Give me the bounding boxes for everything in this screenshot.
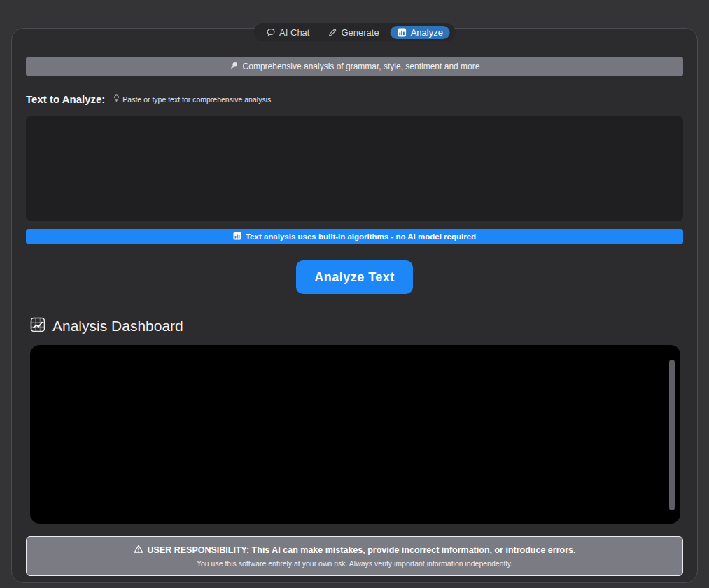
dashboard-scrollbar[interactable] — [669, 360, 675, 510]
disclaimer-title: USER RESPONSIBILITY: This AI can make mi… — [148, 545, 576, 555]
info-bar-text: Text analysis uses built-in algorithms -… — [246, 232, 476, 241]
tab-label: Analyze — [411, 27, 443, 38]
chat-bubble-icon — [266, 28, 275, 37]
hint-text: Paste or type text for comprehensive ana… — [122, 95, 271, 104]
text-to-analyze-label: Text to Analyze: — [26, 93, 105, 105]
tab-analyze[interactable]: Analyze — [391, 26, 450, 39]
search-icon — [230, 61, 239, 72]
warning-icon — [134, 545, 143, 556]
tab-ai-chat[interactable]: AI Chat — [259, 26, 316, 39]
app-window: AI Chat Generate Analyze Comprehensive a… — [0, 0, 709, 588]
text-to-analyze-hint: Paste or type text for comprehensive ana… — [113, 94, 271, 104]
analyze-button-row: Analyze Text — [26, 260, 683, 294]
text-to-analyze-row: Text to Analyze: Paste or type text for … — [26, 93, 683, 105]
info-bar: Text analysis uses built-in algorithms -… — [26, 229, 683, 244]
disclaimer-body: You use this software entirely at your o… — [197, 559, 512, 568]
tab-bar: AI Chat Generate Analyze — [253, 23, 456, 41]
lightbulb-icon — [113, 94, 120, 104]
text-to-analyze-input[interactable] — [26, 115, 683, 221]
disclaimer-banner: USER RESPONSIBILITY: This AI can make mi… — [26, 536, 683, 576]
analysis-dashboard-panel[interactable] — [30, 345, 680, 524]
bar-chart-icon — [233, 232, 241, 241]
chart-frame-icon — [30, 317, 45, 335]
main-panel: Comprehensive analysis of grammar, style… — [11, 28, 698, 583]
dashboard-heading: Analysis Dashboard — [26, 317, 683, 335]
tab-label: Generate — [341, 27, 379, 38]
pen-icon — [328, 28, 337, 37]
subtitle-banner: Comprehensive analysis of grammar, style… — [26, 57, 683, 76]
tab-generate[interactable]: Generate — [321, 26, 386, 39]
disclaimer-title-row: USER RESPONSIBILITY: This AI can make mi… — [134, 545, 576, 556]
tab-label: AI Chat — [279, 27, 309, 38]
dashboard-title: Analysis Dashboard — [52, 318, 183, 335]
banner-text: Comprehensive analysis of grammar, style… — [243, 62, 480, 71]
analyze-text-button[interactable]: Analyze Text — [296, 260, 413, 294]
bar-chart-icon — [398, 28, 407, 37]
